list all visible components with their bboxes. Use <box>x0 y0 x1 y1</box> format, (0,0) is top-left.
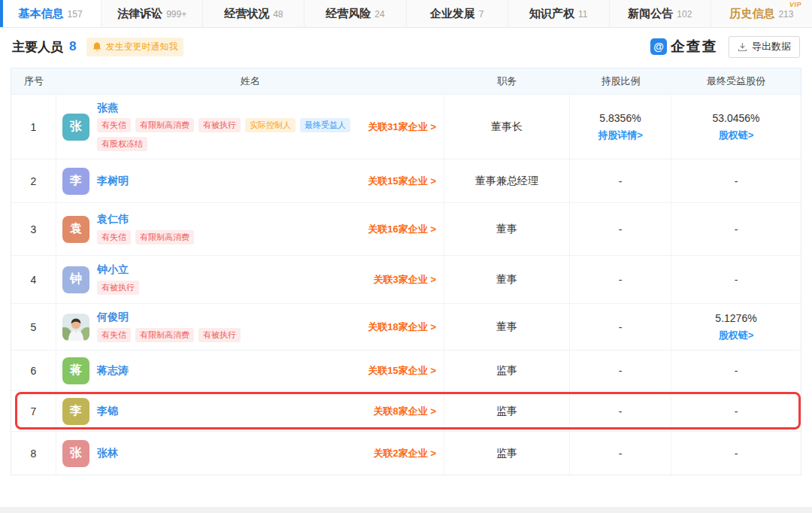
person-name-link[interactable]: 张林 <box>97 448 118 459</box>
avatar[interactable]: 袁 <box>62 216 89 243</box>
row-number: 3 <box>11 203 56 255</box>
risk-tag: 有限制高消费 <box>135 230 194 244</box>
notify-on-change-button[interactable]: 发生变更时通知我 <box>86 38 183 56</box>
tab-legal-litigation[interactable]: 法律诉讼 999+ <box>102 0 203 27</box>
name-block: 钟小立 有被执行 <box>97 264 139 295</box>
related-companies-link[interactable]: 关联2家企业 > <box>374 447 436 460</box>
beneficial-shares-value: - <box>735 405 738 417</box>
tab-label: 法律诉讼 <box>117 7 162 21</box>
person-name-link[interactable]: 李锦 <box>97 405 118 417</box>
tab-business-risk[interactable]: 经营风险 24 <box>304 0 406 27</box>
shareholding-cell: - <box>570 256 671 303</box>
name-block: 李锦 <box>97 405 118 417</box>
shareholding-cell: - <box>570 159 671 202</box>
tab-basic-info[interactable]: 基本信息 157 <box>0 0 102 27</box>
shareholding-detail-link[interactable]: 持股详情> <box>598 129 643 142</box>
row-number: 5 <box>11 304 56 350</box>
table-row: 5 何俊明 有失信 <box>11 303 801 350</box>
person-name-link[interactable]: 张燕 <box>97 102 360 114</box>
avatar[interactable]: 张 <box>62 440 89 467</box>
export-data-button[interactable]: 导出数据 <box>729 36 800 58</box>
shareholding-value: - <box>619 175 623 187</box>
position-cell: 董事长 <box>444 95 570 159</box>
related-companies-link[interactable]: 关联3家企业 > <box>374 273 436 287</box>
shareholding-cell: - <box>570 304 671 350</box>
position-cell: 监事 <box>444 351 570 390</box>
related-companies-link[interactable]: 关联8家企业 > <box>374 405 436 418</box>
vip-badge: VIP <box>789 1 801 8</box>
ultimate-beneficiary-tag: 最终受益人 <box>300 118 350 132</box>
avatar[interactable]: 李 <box>62 168 89 195</box>
tab-count: 213 <box>778 9 793 20</box>
tab-intellectual-property[interactable]: 知识产权 11 <box>508 0 610 27</box>
related-companies-link[interactable]: 关联18家企业 > <box>368 320 436 334</box>
tab-label: 经营状况 <box>224 7 269 21</box>
name-block: 蒋志涛 <box>97 365 129 376</box>
tab-count: 48 <box>273 9 283 20</box>
avatar[interactable]: 蒋 <box>62 357 89 384</box>
related-companies-link[interactable]: 关联15家企业 > <box>368 175 436 188</box>
section-count: 8 <box>69 39 76 54</box>
avatar[interactable]: 张 <box>62 114 89 141</box>
person-photo-avatar[interactable] <box>62 314 89 341</box>
related-companies-link[interactable]: 关联15家企业 > <box>368 364 436 378</box>
shareholding-value: - <box>619 365 623 377</box>
bell-icon <box>92 42 102 52</box>
col-header-shareholding: 持股比例 <box>570 74 671 88</box>
section-title: 主要人员 <box>12 38 63 56</box>
name-cell: 钟 钟小立 有被执行 关联3家企业 > <box>56 256 444 303</box>
shareholding-cell: 5.8356% 持股详情> <box>570 95 671 159</box>
tab-news-announcements[interactable]: 新闻公告 102 <box>610 0 711 27</box>
position-cell: 董事 <box>444 256 570 303</box>
person-name-link[interactable]: 钟小立 <box>97 264 139 275</box>
tab-count: 102 <box>677 9 692 20</box>
risk-tag: 有失信 <box>97 328 131 342</box>
name-block: 张林 <box>97 448 118 459</box>
tab-business-status[interactable]: 经营状况 48 <box>203 0 304 27</box>
equity-chain-link[interactable]: 股权链> <box>719 129 754 142</box>
table-row: 1 张 张燕 有失信 有限制高消费 有被执行 实际控制人 最终受益人 有股权冻结… <box>11 94 801 159</box>
qichacha-brand-logo[interactable]: @ 企查查 <box>650 37 718 56</box>
name-cell: 蒋 蒋志涛 关联15家企业 > <box>56 351 444 390</box>
shareholding-value: - <box>619 274 623 286</box>
row-number: 7 <box>11 391 56 431</box>
shareholding-value: - <box>619 405 623 417</box>
beneficial-shares-value: 53.0456% <box>712 112 759 124</box>
position-cell: 董事 <box>444 304 570 350</box>
row-number: 6 <box>11 351 56 390</box>
person-name-link[interactable]: 蒋志涛 <box>97 365 129 376</box>
tab-history-info[interactable]: 历史信息 213 VIP <box>711 0 812 27</box>
tab-enterprise-development[interactable]: 企业发展 7 <box>407 0 508 27</box>
beneficial-shares-cell: - <box>671 256 801 303</box>
active-tab-indicator <box>0 0 3 27</box>
person-name-link[interactable]: 李树明 <box>97 175 129 187</box>
tag-list: 有失信 有限制高消费 有被执行 实际控制人 最终受益人 有股权冻结 <box>97 118 360 151</box>
tab-count: 999+ <box>166 9 186 20</box>
name-cell: 何俊明 有失信 有限制高消费 有被执行 关联18家企业 > <box>56 304 444 350</box>
tab-label: 知识产权 <box>529 7 574 21</box>
risk-tag: 有限制高消费 <box>135 328 194 342</box>
shareholding-value: - <box>619 448 623 460</box>
equity-chain-link[interactable]: 股权链> <box>719 329 754 342</box>
tag-list: 有失信 有限制高消费 <box>97 230 194 244</box>
related-companies-link[interactable]: 关联16家企业 > <box>368 223 436 236</box>
shareholding-cell: - <box>570 391 671 431</box>
name-cell: 张 张林 关联2家企业 > <box>56 432 444 475</box>
person-name-link[interactable]: 袁仁伟 <box>97 214 194 225</box>
tab-label: 经营风险 <box>326 7 371 21</box>
person-name-link[interactable]: 何俊明 <box>97 311 241 323</box>
table-row: 2 李 李树明 关联15家企业 > 董事兼总经理 - - <box>11 159 801 202</box>
name-block: 袁仁伟 有失信 有限制高消费 <box>97 214 194 244</box>
related-companies-link[interactable]: 关联31家企业 > <box>368 120 436 134</box>
key-personnel-table: 序号 姓名 职务 持股比例 最终受益股份 1 张 张燕 有失信 有限制高消费 有… <box>11 68 801 475</box>
avatar[interactable]: 钟 <box>62 266 89 293</box>
col-header-beneficial-shares: 最终受益股份 <box>671 74 801 88</box>
tab-count: 11 <box>578 9 587 20</box>
shareholding-value: - <box>619 321 623 333</box>
beneficial-shares-value: - <box>735 274 738 286</box>
avatar[interactable]: 李 <box>62 398 89 425</box>
tab-count: 7 <box>479 9 484 20</box>
bottom-strip <box>0 507 812 513</box>
row-number: 1 <box>11 95 56 159</box>
risk-tag: 有失信 <box>97 230 131 244</box>
